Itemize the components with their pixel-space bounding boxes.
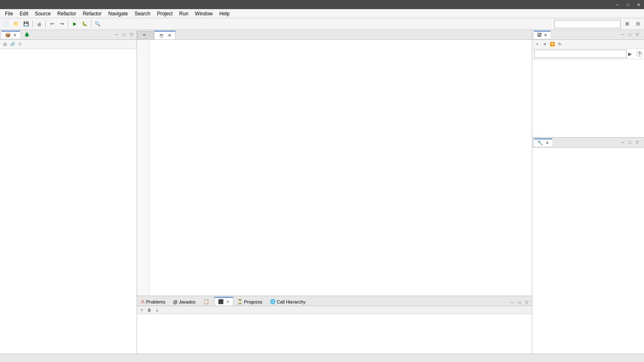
editor-tabs: ☕ ☕ ✕: [137, 30, 532, 40]
help-icon[interactable]: ?: [637, 51, 642, 57]
tab-console[interactable]: ⬛ ✕: [214, 297, 233, 306]
editor-with-bottom: ☕ ☕ ✕ ⚠: [137, 30, 532, 354]
run-button[interactable]: ▶: [70, 19, 79, 29]
status-bar: [0, 354, 644, 362]
left-editor-area: ☕ ☕ ✕ ⚠: [137, 30, 532, 354]
menu-bar: File Edit Source Refactor Refactor Navig…: [0, 9, 644, 18]
open-button[interactable]: 📁: [12, 19, 21, 29]
tab-tasklist[interactable]: ☑ ✕: [534, 31, 551, 39]
menu-search[interactable]: Search: [131, 10, 154, 17]
menu-help[interactable]: Help: [216, 10, 233, 17]
javadoc-icon: @: [173, 299, 177, 304]
package-panel-header: 📦 ✕ 🌲 ─ □ ▽: [0, 30, 137, 40]
tab-sparksql-java[interactable]: ☕ ✕: [154, 31, 176, 39]
tasklist-close-icon[interactable]: ✕: [544, 33, 547, 37]
problems-icon: ⚠: [141, 299, 145, 304]
console-icon: ⬛: [218, 299, 224, 304]
outline-panel-header: 🔧 ✕ ─ □ ▽: [532, 138, 644, 148]
menu-window[interactable]: Window: [192, 10, 216, 17]
tab-app-java[interactable]: ☕: [137, 31, 154, 39]
debug-button[interactable]: 🐛: [80, 19, 89, 29]
minimize-panel-button[interactable]: ─: [113, 32, 120, 38]
tasklist-delete-button[interactable]: ✕: [541, 41, 548, 48]
package-panel: 📦 ✕ 🌲 ─ □ ▽ ⊟ 🔗 ▽: [0, 30, 137, 354]
tab-javadoc[interactable]: @ Javadoc: [169, 298, 199, 306]
outline-tree: [532, 148, 644, 354]
declaration-icon: 📋: [203, 299, 209, 304]
progress-icon: ⏳: [237, 299, 243, 304]
bottom-panel: ⚠ Problems @ Javadoc 📋 ⬛ ✕: [137, 296, 532, 354]
sparksql-close-icon[interactable]: ✕: [168, 33, 171, 38]
bottom-menu-button[interactable]: ▽: [524, 299, 530, 306]
toolbar-sep3: [68, 20, 69, 28]
view-menu-button[interactable]: ▽: [128, 32, 135, 38]
tasklist-header: ☑ ✕ ─ □ ▽: [532, 30, 644, 40]
tasklist-new-button[interactable]: +: [534, 41, 541, 48]
quick-access-input[interactable]: [554, 20, 621, 28]
console-close-icon[interactable]: ✕: [226, 300, 230, 304]
sparksql-java-icon: ☕: [159, 33, 164, 38]
tab-declaration[interactable]: 📋: [200, 297, 214, 306]
save-button[interactable]: 💾: [22, 19, 31, 29]
tasklist-menu-button[interactable]: ▽: [634, 32, 641, 38]
collapse-all-button[interactable]: ⊟: [2, 41, 8, 48]
minimize-button[interactable]: ─: [612, 0, 622, 9]
tab-outline[interactable]: 🔧 ✕: [534, 138, 552, 146]
link-editor-button[interactable]: 🔗: [9, 41, 16, 48]
bottom-maximize-button[interactable]: □: [516, 299, 523, 306]
outline-icon: 🔧: [537, 140, 543, 146]
bottom-content: [137, 314, 532, 354]
menu-file[interactable]: File: [2, 10, 16, 17]
editor-area: ☕ ☕ ✕: [137, 30, 532, 296]
perspectives-button[interactable]: ⊞: [622, 19, 632, 29]
app-java-icon: ☕: [142, 33, 147, 38]
code-area[interactable]: [149, 40, 532, 296]
menu-run[interactable]: Run: [176, 10, 192, 17]
toolbar-sep1: [32, 20, 33, 28]
tasklist-maximize-button[interactable]: □: [627, 32, 633, 38]
search-toolbar-button[interactable]: 🔍: [93, 19, 102, 29]
package-explorer-icon: 📦: [5, 32, 11, 38]
right-panel: ☑ ✕ ─ □ ▽ + ✕ 🔽 ↻ ▶: [532, 30, 644, 354]
tasklist-refresh-button[interactable]: ↻: [556, 41, 563, 48]
console-new-button[interactable]: +: [139, 307, 145, 313]
redo-button[interactable]: ↪: [57, 19, 66, 29]
all-label: ▶: [628, 51, 632, 57]
menu-refactor2[interactable]: Refactor: [79, 10, 105, 17]
menu-project[interactable]: Project: [154, 10, 176, 17]
tasklist-minimize-button[interactable]: ─: [619, 32, 626, 38]
console-clear-button[interactable]: 🗑: [146, 307, 153, 313]
menu-edit[interactable]: Edit: [16, 10, 32, 17]
outline-minimize-button[interactable]: ─: [619, 139, 626, 146]
outline-close-icon[interactable]: ✕: [546, 141, 549, 145]
toolbar: 📄 📁 💾 🖨 ↩ ↪ ▶ 🐛 🔍 ⊞ ⊟: [0, 18, 644, 30]
package-explorer-close[interactable]: ✕: [13, 33, 17, 37]
view-button[interactable]: ⊟: [633, 19, 642, 29]
close-button[interactable]: ✕: [633, 0, 644, 9]
tasklist-find-input[interactable]: [534, 50, 627, 58]
package-panel-toolbar: ⊟ 🔗 ▽: [0, 40, 137, 49]
tasklist-find-bar: ▶ ?: [532, 49, 644, 59]
maximize-button[interactable]: □: [622, 0, 633, 9]
undo-button[interactable]: ↩: [47, 19, 56, 29]
console-scroll-button[interactable]: ⤓: [154, 307, 160, 313]
package-list: [0, 49, 137, 354]
outline-menu-button[interactable]: ▽: [634, 139, 641, 146]
menu-navigate[interactable]: Navigate: [105, 10, 131, 17]
panel-menu-button[interactable]: ▽: [17, 41, 23, 48]
call-hierarchy-icon: 🌐: [270, 299, 276, 304]
maximize-panel-button[interactable]: □: [121, 32, 127, 38]
outline-maximize-button[interactable]: □: [627, 139, 633, 146]
tab-progress[interactable]: ⏳ Progress: [233, 297, 266, 306]
new-button[interactable]: 📄: [2, 19, 11, 29]
tab-package-explorer[interactable]: 📦 ✕: [2, 31, 20, 39]
bottom-minimize-button[interactable]: ─: [509, 299, 515, 306]
tab-call-hierarchy[interactable]: 🌐 Call Hierarchy: [266, 297, 309, 306]
print-button[interactable]: 🖨: [34, 19, 44, 29]
menu-source[interactable]: Source: [32, 10, 54, 17]
tab-type-hierarchy[interactable]: 🌲: [21, 31, 34, 38]
menu-refactor1[interactable]: Refactor: [54, 10, 79, 17]
tab-problems[interactable]: ⚠ Problems: [137, 297, 169, 306]
editor-content[interactable]: [137, 40, 532, 296]
tasklist-filter-button[interactable]: 🔽: [549, 41, 556, 48]
